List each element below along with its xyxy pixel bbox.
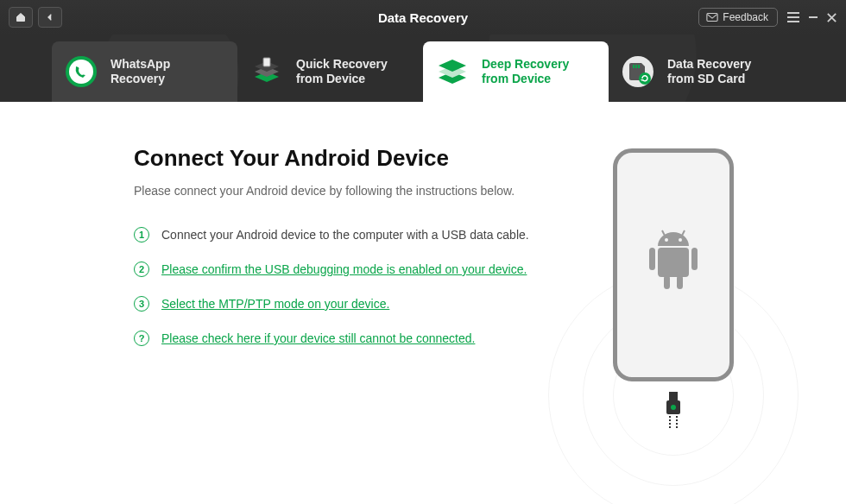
step-number-icon: 1 bbox=[134, 227, 149, 243]
feedback-button[interactable]: Feedback bbox=[698, 8, 778, 27]
deep-recovery-icon bbox=[435, 54, 470, 89]
tab-quick-recovery[interactable]: Quick Recovery from Device bbox=[237, 41, 423, 102]
tab-label: Deep Recovery bbox=[482, 57, 569, 72]
step-text: Connect your Android device to the compu… bbox=[161, 228, 529, 242]
svg-rect-26 bbox=[658, 248, 689, 277]
svg-point-33 bbox=[671, 405, 676, 410]
tab-label: from Device bbox=[296, 72, 388, 87]
step-number-icon: 2 bbox=[134, 261, 149, 277]
feedback-label: Feedback bbox=[723, 11, 768, 23]
whatsapp-icon bbox=[64, 54, 98, 89]
svg-marker-15 bbox=[439, 60, 466, 72]
svg-rect-0 bbox=[707, 14, 717, 22]
tab-label: Data Recovery bbox=[667, 57, 751, 72]
svg-rect-29 bbox=[664, 275, 670, 289]
tab-sd-card-recovery[interactable]: Data Recovery from SD Card bbox=[609, 41, 794, 102]
svg-point-8 bbox=[69, 60, 93, 84]
svg-rect-18 bbox=[635, 65, 637, 68]
phone-outline-icon bbox=[613, 148, 734, 381]
page-title: Connect Your Android Device bbox=[134, 145, 561, 172]
tab-label: Quick Recovery bbox=[296, 57, 388, 72]
mtp-ptp-link[interactable]: Select the MTP/PTP mode on your device. bbox=[161, 297, 389, 311]
svg-rect-30 bbox=[677, 275, 683, 289]
instruction-steps: 1 Connect your Android device to the com… bbox=[134, 227, 561, 346]
svg-rect-12 bbox=[263, 58, 270, 66]
tab-label: from SD Card bbox=[667, 72, 751, 87]
step-2: 2 Please confirm the USB debugging mode … bbox=[134, 261, 561, 277]
mode-tabs: WhatsApp Recovery Quick Recovery from De… bbox=[0, 35, 846, 102]
svg-rect-31 bbox=[669, 392, 678, 400]
mail-icon bbox=[706, 13, 718, 22]
svg-point-24 bbox=[665, 238, 668, 242]
troubleshoot-link[interactable]: Please check here if your device still c… bbox=[161, 331, 475, 345]
step-number-icon: 3 bbox=[134, 296, 149, 312]
help-icon: ? bbox=[134, 331, 149, 346]
tab-label: from Device bbox=[482, 72, 569, 87]
tab-whatsapp-recovery[interactable]: WhatsApp Recovery bbox=[52, 41, 237, 102]
android-robot-icon bbox=[643, 229, 704, 302]
sd-card-icon bbox=[621, 54, 655, 89]
step-help: ? Please check here if your device still… bbox=[134, 331, 561, 346]
svg-rect-19 bbox=[638, 65, 640, 68]
menu-button[interactable] bbox=[786, 11, 800, 23]
tab-label: WhatsApp bbox=[110, 57, 170, 72]
main-content: Connect Your Android Device Please conne… bbox=[0, 102, 846, 504]
svg-rect-27 bbox=[649, 248, 655, 270]
title-bar: Data Recovery Feedback bbox=[0, 0, 846, 35]
device-illustration bbox=[561, 145, 786, 504]
step-3: 3 Select the MTP/PTP mode on your device… bbox=[134, 296, 561, 312]
quick-recovery-icon bbox=[249, 54, 284, 89]
step-1: 1 Connect your Android device to the com… bbox=[134, 227, 561, 243]
close-button[interactable] bbox=[826, 12, 837, 23]
svg-point-20 bbox=[639, 72, 651, 85]
tab-deep-recovery[interactable]: Deep Recovery from Device bbox=[423, 41, 609, 102]
usb-debugging-link[interactable]: Please confirm the USB debugging mode is… bbox=[161, 262, 527, 276]
page-subtitle: Please connect your Android device by fo… bbox=[134, 184, 561, 198]
svg-rect-28 bbox=[691, 248, 698, 270]
back-button[interactable] bbox=[38, 7, 62, 28]
tab-label: Recovery bbox=[110, 72, 170, 87]
svg-rect-17 bbox=[633, 65, 634, 68]
usb-connector-icon bbox=[666, 392, 681, 433]
minimize-button[interactable] bbox=[807, 11, 819, 23]
svg-point-25 bbox=[679, 238, 682, 242]
home-button[interactable] bbox=[9, 7, 33, 28]
